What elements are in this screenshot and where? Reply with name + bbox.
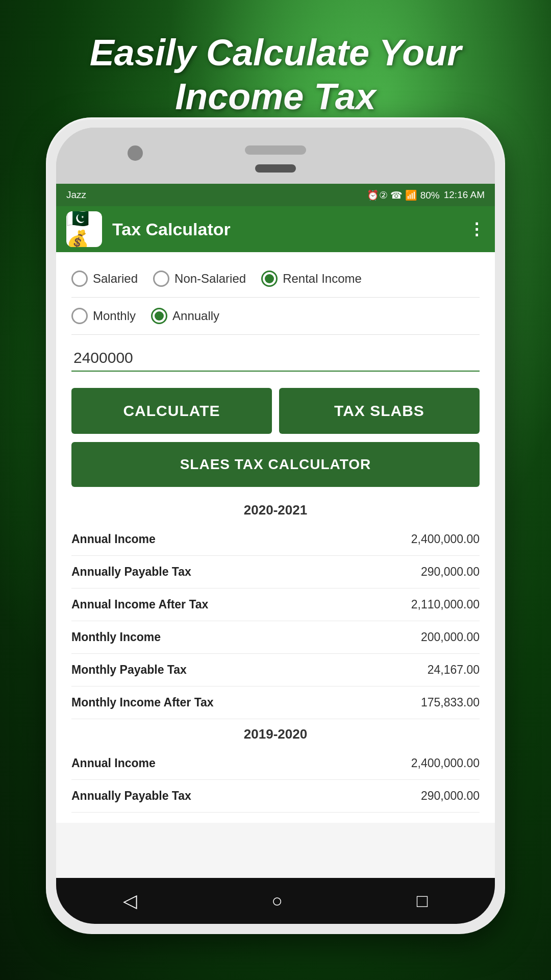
earpiece [255, 164, 296, 173]
radio-rental-income-label: Rental Income [283, 272, 362, 286]
camera [128, 145, 143, 161]
status-right: ⏰② ☎ 📶 80% 12:16 AM [367, 189, 485, 201]
radio-annually-circle[interactable] [151, 308, 167, 324]
back-button[interactable]: ◁ [123, 890, 137, 912]
results-table-2019: Annual Income 2,400,000.00 Annually Paya… [71, 747, 480, 813]
income-input[interactable] [71, 345, 480, 372]
radio-salaried-label: Salaried [93, 272, 138, 286]
row-annual-after-tax: Annual Income After Tax 2,110,000.00 [71, 589, 480, 621]
divider-1 [71, 297, 480, 298]
home-button[interactable]: ○ [271, 890, 283, 912]
monthly-after-tax-value: 175,833.00 [421, 696, 480, 709]
radio-salaried[interactable]: Salaried [71, 271, 138, 287]
app-icon: 🇵🇰💰 [66, 211, 102, 247]
year-header-2019: 2019-2020 [71, 719, 480, 747]
radio-monthly-label: Monthly [93, 309, 136, 323]
app-bar: 🇵🇰💰 Tax Calculator ⋮ [56, 206, 495, 252]
action-buttons-row: CALCULATE TAX SLABS [71, 388, 480, 434]
speaker [245, 145, 306, 155]
radio-non-salaried-label: Non-Salaried [174, 272, 246, 286]
monthly-payable-tax-label: Monthly Payable Tax [71, 663, 187, 677]
radio-monthly-circle[interactable] [71, 308, 88, 324]
monthly-income-label: Monthly Income [71, 630, 161, 644]
monthly-payable-tax-value: 24,167.00 [428, 663, 480, 677]
row-2019-annual-income: Annual Income 2,400,000.00 [71, 747, 480, 780]
2019-annually-payable-tax-value: 290,000.00 [421, 789, 480, 803]
divider-2 [71, 334, 480, 335]
row-2019-annually-payable-tax: Annually Payable Tax 290,000.00 [71, 780, 480, 813]
income-type-group: Salaried Non-Salaried Rental Income [71, 262, 480, 295]
annually-payable-tax-value: 290,000.00 [421, 565, 480, 579]
phone-frame: Jazz ⏰② ☎ 📶 80% 12:16 AM 🇵🇰💰 Tax Calcula… [46, 117, 505, 934]
main-content: Salaried Non-Salaried Rental Income [56, 252, 495, 823]
2019-annually-payable-tax-label: Annually Payable Tax [71, 789, 191, 803]
annual-income-label: Annual Income [71, 532, 156, 546]
page-header: Easily Calculate Your Income Tax [0, 31, 551, 119]
status-time: 12:16 AM [444, 189, 485, 201]
annual-after-tax-label: Annual Income After Tax [71, 598, 208, 611]
monthly-after-tax-label: Monthly Income After Tax [71, 696, 214, 709]
calculate-button[interactable]: CALCULATE [71, 388, 272, 434]
radio-monthly[interactable]: Monthly [71, 308, 136, 324]
row-monthly-income: Monthly Income 200,000.00 [71, 621, 480, 654]
annual-income-value: 2,400,000.00 [411, 532, 480, 546]
row-monthly-after-tax: Monthly Income After Tax 175,833.00 [71, 687, 480, 719]
radio-annually-label: Annually [172, 309, 219, 323]
app-title: Tax Calculator [112, 219, 458, 239]
carrier-text: Jazz [66, 189, 86, 201]
row-annual-income: Annual Income 2,400,000.00 [71, 523, 480, 556]
tax-slabs-button[interactable]: TAX SLABS [279, 388, 480, 434]
more-menu-button[interactable]: ⋮ [468, 219, 485, 239]
2019-annual-income-value: 2,400,000.00 [411, 756, 480, 770]
radio-annually[interactable]: Annually [151, 308, 219, 324]
phone-top [56, 128, 495, 184]
monthly-income-value: 200,000.00 [421, 630, 480, 644]
radio-rental-income-circle[interactable] [261, 271, 278, 287]
annually-payable-tax-label: Annually Payable Tax [71, 565, 191, 579]
annual-after-tax-value: 2,110,000.00 [411, 598, 480, 611]
year-header-2020: 2020-2021 [71, 495, 480, 523]
radio-rental-income[interactable]: Rental Income [261, 271, 362, 287]
screen: Jazz ⏰② ☎ 📶 80% 12:16 AM 🇵🇰💰 Tax Calcula… [56, 184, 495, 878]
recent-button[interactable]: □ [417, 890, 428, 912]
period-group: Monthly Annually [71, 300, 480, 332]
radio-salaried-circle[interactable] [71, 271, 88, 287]
2019-annual-income-label: Annual Income [71, 756, 156, 770]
results-table-2020: Annual Income 2,400,000.00 Annually Paya… [71, 523, 480, 719]
row-annually-payable-tax: Annually Payable Tax 290,000.00 [71, 556, 480, 589]
sales-tax-button[interactable]: SLAES TAX CALCULATOR [71, 442, 480, 487]
status-bar: Jazz ⏰② ☎ 📶 80% 12:16 AM [56, 184, 495, 206]
radio-non-salaried-circle[interactable] [153, 271, 169, 287]
radio-non-salaried[interactable]: Non-Salaried [153, 271, 246, 287]
nav-bar: ◁ ○ □ [56, 878, 495, 924]
status-icons: ⏰② ☎ 📶 80% [367, 189, 440, 201]
header-title: Easily Calculate Your Income Tax [90, 32, 461, 117]
income-input-area [71, 337, 480, 380]
row-monthly-payable-tax: Monthly Payable Tax 24,167.00 [71, 654, 480, 687]
